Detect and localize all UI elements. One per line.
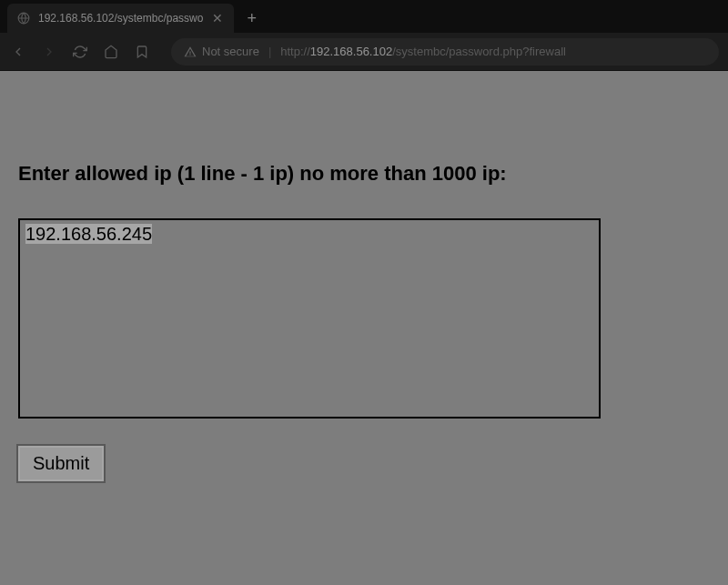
home-icon[interactable]	[102, 43, 120, 61]
back-icon[interactable]	[9, 43, 27, 61]
url-path: /systembc/password.php?firewall	[392, 45, 566, 58]
new-tab-button[interactable]: +	[234, 4, 269, 33]
close-icon[interactable]: ✕	[210, 11, 225, 25]
textarea-value: 192.168.56.245	[25, 224, 152, 244]
address-divider: |	[268, 45, 271, 58]
reload-icon[interactable]	[71, 43, 89, 61]
ip-textarea[interactable]: 192.168.56.245	[18, 218, 601, 419]
not-secure-label: Not secure	[202, 45, 259, 58]
tab-title: 192.168.56.102/systembc/passwo	[38, 12, 203, 25]
tab-bar: 192.168.56.102/systembc/passwo ✕ +	[0, 0, 728, 33]
url-text: http://192.168.56.102/systembc/password.…	[280, 45, 566, 58]
address-bar[interactable]: Not secure | http://192.168.56.102/syste…	[171, 38, 719, 66]
bookmark-icon[interactable]	[133, 43, 151, 61]
forward-icon[interactable]	[40, 43, 58, 61]
globe-icon	[16, 11, 31, 25]
submit-button[interactable]: Submit	[18, 446, 104, 481]
browser-toolbar: Not secure | http://192.168.56.102/syste…	[0, 33, 728, 71]
browser-tab[interactable]: 192.168.56.102/systembc/passwo ✕	[7, 4, 234, 33]
warning-icon	[184, 45, 197, 58]
url-host: 192.168.56.102	[310, 45, 392, 58]
page-content: Enter allowed ip (1 line - 1 ip) no more…	[0, 71, 728, 585]
page-heading: Enter allowed ip (1 line - 1 ip) no more…	[18, 162, 710, 186]
not-secure-badge: Not secure	[184, 45, 259, 58]
url-scheme: http://	[280, 45, 310, 58]
